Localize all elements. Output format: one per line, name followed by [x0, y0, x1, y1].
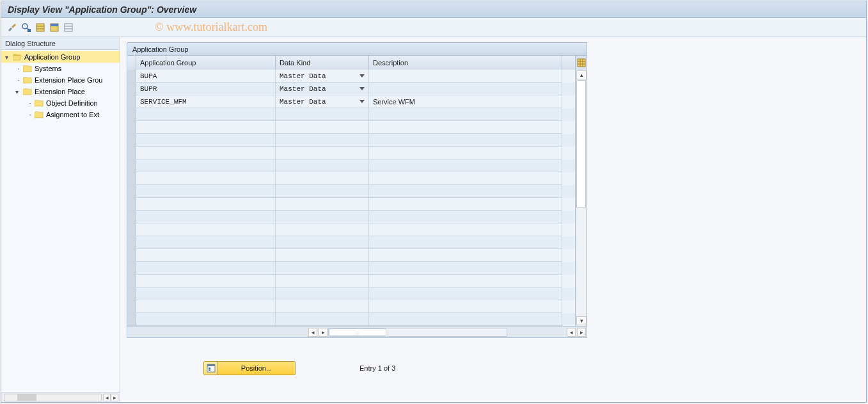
- cell-data-kind-dropdown[interactable]: [276, 262, 369, 275]
- cell-description[interactable]: [369, 159, 562, 172]
- cell-description[interactable]: [369, 275, 562, 287]
- scroll-right-icon[interactable]: ▸: [577, 328, 586, 337]
- cell-data-kind-dropdown[interactable]: [276, 108, 369, 121]
- table-row[interactable]: SERVICE_WFMMaster DataService WFM: [127, 95, 575, 108]
- deselect-all-icon[interactable]: [63, 22, 74, 33]
- column-header-application-group[interactable]: Application Group: [136, 56, 276, 70]
- table-row[interactable]: [127, 147, 575, 159]
- cell-description[interactable]: [369, 147, 562, 159]
- cell-description[interactable]: [369, 287, 562, 300]
- scroll-right-icon[interactable]: ▸: [111, 394, 118, 401]
- row-selector[interactable]: [127, 83, 136, 95]
- cell-description[interactable]: [369, 223, 562, 236]
- cell-description[interactable]: [369, 262, 562, 275]
- cell-description[interactable]: [369, 300, 562, 313]
- cell-application-group[interactable]: [136, 121, 276, 134]
- row-selector[interactable]: [127, 313, 136, 326]
- row-selector[interactable]: [127, 300, 136, 313]
- cell-application-group[interactable]: [136, 249, 276, 262]
- scrollbar-thumb[interactable]: :::: [329, 328, 386, 336]
- scroll-left-icon[interactable]: ◂: [308, 328, 317, 337]
- table-row[interactable]: [127, 185, 575, 198]
- cell-data-kind-dropdown[interactable]: [276, 211, 369, 223]
- row-selector[interactable]: [127, 159, 136, 172]
- table-row[interactable]: [127, 236, 575, 249]
- scroll-down-icon[interactable]: ▾: [576, 316, 587, 325]
- select-all-icon[interactable]: [35, 22, 46, 33]
- cell-application-group[interactable]: [136, 236, 276, 249]
- row-selector[interactable]: [127, 236, 136, 249]
- cell-description[interactable]: [369, 211, 562, 223]
- cell-description[interactable]: [369, 172, 562, 185]
- table-row[interactable]: [127, 249, 575, 262]
- row-selector[interactable]: [127, 262, 136, 275]
- table-row[interactable]: [127, 211, 575, 223]
- row-selector[interactable]: [127, 121, 136, 134]
- cell-application-group[interactable]: [136, 185, 276, 198]
- row-selector-header[interactable]: [127, 56, 136, 70]
- select-block-icon[interactable]: [49, 22, 60, 33]
- table-row[interactable]: [127, 198, 575, 211]
- cell-application-group[interactable]: [136, 159, 276, 172]
- table-row[interactable]: [127, 121, 575, 134]
- cell-data-kind-dropdown[interactable]: [276, 185, 369, 198]
- row-selector[interactable]: [127, 211, 136, 223]
- cell-data-kind-dropdown[interactable]: Master Data: [276, 70, 369, 83]
- row-selector[interactable]: [127, 134, 136, 147]
- cell-data-kind-dropdown[interactable]: [276, 147, 369, 159]
- row-selector[interactable]: [127, 223, 136, 236]
- table-row[interactable]: [127, 134, 575, 147]
- scroll-left-icon[interactable]: ◂: [567, 328, 576, 337]
- grid-horizontal-scrollbar[interactable]: ◂ ▸ ::: ◂ ▸: [127, 326, 587, 337]
- toggle-display-change-icon[interactable]: [6, 22, 18, 33]
- cell-data-kind-dropdown[interactable]: Master Data: [276, 83, 369, 95]
- cell-application-group[interactable]: [136, 223, 276, 236]
- cell-data-kind-dropdown[interactable]: [276, 236, 369, 249]
- tree-node-extension-place[interactable]: ▾ Extension Place: [1, 86, 120, 97]
- cell-data-kind-dropdown[interactable]: [276, 313, 369, 326]
- cell-data-kind-dropdown[interactable]: [276, 198, 369, 211]
- cell-data-kind-dropdown[interactable]: [276, 287, 369, 300]
- table-row[interactable]: BUPAMaster Data: [127, 70, 575, 83]
- cell-application-group[interactable]: [136, 198, 276, 211]
- row-selector[interactable]: [127, 147, 136, 159]
- row-selector[interactable]: [127, 185, 136, 198]
- position-button[interactable]: Position...: [203, 361, 296, 375]
- column-header-description[interactable]: Description: [369, 56, 562, 70]
- cell-application-group[interactable]: [136, 300, 276, 313]
- cell-description[interactable]: [369, 236, 562, 249]
- row-selector[interactable]: [127, 287, 136, 300]
- cell-application-group[interactable]: [136, 275, 276, 287]
- cell-data-kind-dropdown[interactable]: [276, 121, 369, 134]
- tree-node-systems[interactable]: · Systems: [1, 63, 120, 74]
- cell-description[interactable]: [369, 121, 562, 134]
- cell-application-group[interactable]: [136, 134, 276, 147]
- table-settings-button[interactable]: [575, 56, 587, 70]
- table-row[interactable]: [127, 223, 575, 236]
- cell-description[interactable]: [369, 249, 562, 262]
- scroll-left-icon[interactable]: ◂: [103, 394, 111, 401]
- row-selector[interactable]: [127, 198, 136, 211]
- sidebar-horizontal-scrollbar[interactable]: ◂ ▸: [1, 392, 120, 402]
- scroll-right-icon[interactable]: ▸: [319, 328, 327, 337]
- table-row[interactable]: [127, 275, 575, 287]
- cell-description[interactable]: [369, 198, 562, 211]
- expand-toggle-icon[interactable]: ▾: [15, 88, 22, 95]
- cell-application-group[interactable]: BUPA: [136, 70, 276, 83]
- cell-data-kind-dropdown[interactable]: Master Data: [276, 95, 369, 108]
- grid-vertical-scrollbar[interactable]: ▴ ▾: [575, 70, 587, 326]
- column-header-data-kind[interactable]: Data Kind: [276, 56, 369, 70]
- scrollbar-thumb[interactable]: [576, 80, 586, 208]
- table-row[interactable]: [127, 287, 575, 300]
- cell-description[interactable]: [369, 83, 562, 95]
- cell-description[interactable]: [369, 313, 562, 326]
- cell-data-kind-dropdown[interactable]: [276, 249, 369, 262]
- tree-node-object-definition[interactable]: · Object Definition: [1, 97, 120, 109]
- cell-application-group[interactable]: SERVICE_WFM: [136, 95, 276, 108]
- cell-description[interactable]: [369, 108, 562, 121]
- table-row[interactable]: [127, 159, 575, 172]
- cell-description[interactable]: Service WFM: [369, 95, 562, 108]
- cell-application-group[interactable]: [136, 262, 276, 275]
- row-selector[interactable]: [127, 275, 136, 287]
- tree-node-application-group[interactable]: ▾ Application Group: [1, 51, 120, 63]
